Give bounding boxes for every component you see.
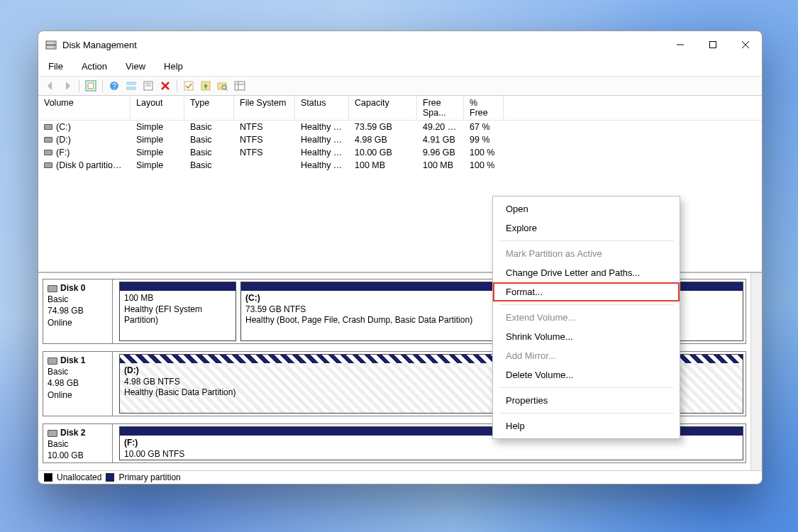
disk-icon — [48, 430, 57, 437]
disk-management-window: Disk Management File Action View Help ? — [38, 31, 763, 484]
svg-rect-24 — [235, 82, 245, 90]
col-filesystem: File System — [234, 96, 295, 120]
col-volume: Volume — [38, 96, 131, 120]
volume-icon — [44, 124, 52, 130]
svg-rect-5 — [710, 42, 716, 48]
menu-view[interactable]: View — [123, 60, 148, 73]
show-hide-icon[interactable] — [125, 79, 138, 92]
svg-rect-9 — [88, 83, 94, 89]
menu-file[interactable]: File — [45, 60, 66, 73]
ctx-help[interactable]: Help — [493, 416, 680, 436]
legend-unallocated: Unallocated — [57, 472, 101, 482]
ctx-properties[interactable]: Properties — [493, 391, 680, 410]
forward-icon — [61, 79, 74, 92]
volume-icon — [44, 162, 52, 168]
app-icon — [45, 39, 57, 50]
volume-row[interactable]: (D:)SimpleBasicNTFSHealthy (B...4.98 GB4… — [38, 133, 762, 146]
col-free: Free Spa... — [417, 96, 464, 120]
ctx-change-letter[interactable]: Change Drive Letter and Paths... — [493, 263, 680, 282]
menu-action[interactable]: Action — [79, 60, 110, 73]
vertical-scrollbar[interactable] — [750, 273, 762, 470]
col-layout: Layout — [131, 96, 184, 120]
col-type: Type — [184, 96, 234, 120]
delete-icon[interactable] — [159, 79, 172, 92]
swatch-unallocated — [44, 473, 52, 482]
ctx-extend: Extend Volume... — [493, 308, 680, 327]
disk-0-info[interactable]: Disk 0 Basic74.98 GBOnline — [43, 279, 113, 343]
disk-icon — [48, 285, 57, 292]
disk0-partition-efi[interactable]: 100 MBHealthy (EFI System Partition) — [119, 282, 236, 341]
volume-row[interactable]: (F:)SimpleBasicNTFSHealthy (P...10.00 GB… — [38, 146, 762, 159]
maximize-button[interactable] — [697, 33, 729, 56]
volume-row[interactable]: (C:)SimpleBasicNTFSHealthy (B...73.59 GB… — [38, 121, 762, 133]
context-menu: Open Explore Mark Partition as Active Ch… — [492, 196, 680, 439]
disk-2-info[interactable]: Disk 2 Basic10.00 GB — [43, 424, 113, 462]
svg-rect-1 — [46, 45, 56, 49]
svg-point-2 — [53, 43, 55, 44]
svg-rect-13 — [126, 87, 136, 90]
svg-text:?: ? — [112, 82, 116, 90]
legend-primary: Primary partition — [118, 472, 180, 482]
col-pctfree: % Free — [464, 96, 504, 120]
volume-icon — [44, 137, 52, 143]
volume-icon — [44, 150, 52, 155]
svg-point-3 — [53, 47, 55, 48]
ctx-format[interactable]: Format... — [493, 282, 680, 301]
grid-icon[interactable] — [233, 79, 246, 92]
close-button[interactable] — [729, 33, 762, 56]
col-capacity: Capacity — [349, 96, 417, 120]
back-icon — [44, 79, 57, 92]
disk-icon — [48, 358, 57, 365]
legend: Unallocated Primary partition — [38, 470, 762, 484]
ctx-open[interactable]: Open — [493, 199, 680, 218]
disk-1-info[interactable]: Disk 1 Basic4.98 GBOnline — [43, 352, 113, 416]
titlebar: Disk Management — [38, 31, 762, 58]
volume-row[interactable]: (Disk 0 partition 1)SimpleBasicHealthy (… — [38, 159, 762, 172]
menubar: File Action View Help — [38, 58, 762, 76]
properties-icon[interactable] — [142, 79, 155, 92]
help-icon[interactable]: ? — [108, 79, 121, 92]
menu-help[interactable]: Help — [161, 60, 186, 73]
ctx-mark-active: Mark Partition as Active — [493, 244, 680, 263]
ctx-delete[interactable]: Delete Volume... — [493, 365, 680, 384]
svg-rect-12 — [126, 82, 136, 85]
ctx-explore[interactable]: Explore — [493, 218, 680, 238]
svg-rect-19 — [184, 82, 193, 90]
refresh-icon[interactable] — [84, 79, 97, 92]
col-status: Status — [295, 96, 349, 120]
volume-columns[interactable]: Volume Layout Type File System Status Ca… — [38, 96, 762, 121]
window-title: Disk Management — [62, 40, 137, 50]
svg-rect-0 — [46, 41, 56, 45]
ctx-mirror: Add Mirror... — [493, 346, 680, 365]
swatch-primary — [106, 473, 114, 482]
svg-rect-8 — [86, 81, 96, 91]
minimize-button[interactable] — [664, 33, 697, 56]
check-icon[interactable] — [182, 79, 195, 92]
ctx-shrink[interactable]: Shrink Volume... — [493, 327, 680, 346]
toolbar: ? — [38, 76, 762, 96]
search-folder-icon[interactable] — [216, 79, 229, 92]
up-icon[interactable] — [199, 79, 212, 92]
